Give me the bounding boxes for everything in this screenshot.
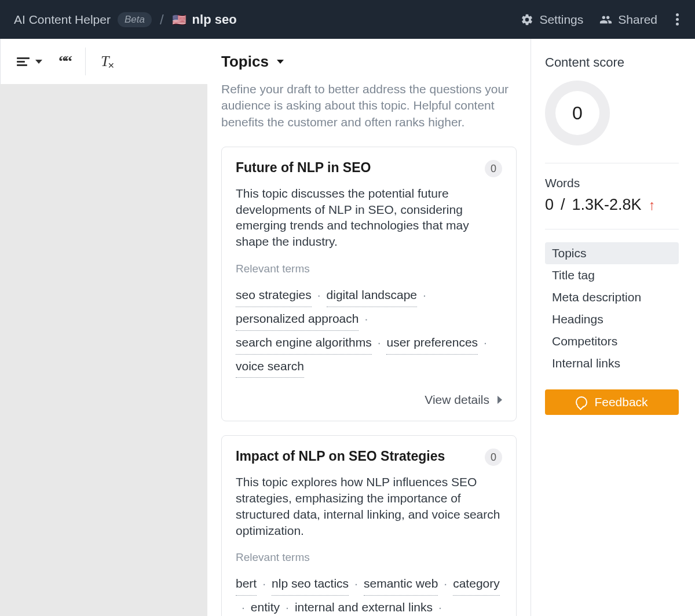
score-pane: Content score 0 Words 0 / 1.3K-2.8K ↑ To… [531,39,695,616]
content-score-label: Content score [545,55,679,70]
term-separator: · [438,596,442,616]
app-name[interactable]: AI Content Helper [14,13,111,27]
content-score-value: 0 [555,91,599,135]
terms-list: bert·nlp seo tactics·semantic web·catego… [236,572,502,616]
editor-pane: ““ T✕ [0,39,207,616]
list-format-dropdown[interactable] [12,54,47,70]
term-chip[interactable]: personalized approach [236,307,359,331]
words-count-row: 0 / 1.3K-2.8K ↑ [545,196,679,214]
term-separator: · [364,307,368,331]
term-chip[interactable]: bert [236,572,257,596]
settings-button[interactable]: Settings [521,13,583,27]
topics-intro: Refine your draft to better address the … [221,81,517,130]
clear-formatting-button[interactable]: T✕ [96,49,120,74]
relevant-terms-label: Relevant terms [236,263,502,275]
topic-card-title: Impact of NLP on SEO Strategies [236,449,445,464]
topics-heading: Topics [221,53,269,71]
toolbar-separator [85,48,86,75]
blockquote-button[interactable]: ““ [54,50,75,73]
score-nav-item[interactable]: Headings [545,308,679,330]
term-separator: · [317,283,321,307]
feedback-label: Feedback [594,395,648,409]
words-sep: / [561,196,565,214]
term-chip[interactable]: seo strategies [236,283,312,307]
content-score-ring: 0 [545,81,610,145]
score-nav-item[interactable]: Internal links [545,352,679,374]
people-icon [599,13,612,26]
clear-format-icon: T✕ [101,53,116,70]
term-separator: · [444,572,447,596]
topic-card-title: Future of NLP in SEO [236,160,371,176]
chat-icon [576,396,587,408]
topic-card-badge: 0 [485,449,502,466]
term-separator: · [484,331,487,355]
term-chip[interactable]: search engine algorithms [236,331,372,355]
term-separator: · [286,596,289,616]
relevant-terms-label: Relevant terms [236,551,502,564]
chevron-down-icon [35,60,42,64]
flag-icon: 🇺🇸 [172,13,186,27]
topic-card: Impact of NLP on SEO Strategies 0 This t… [221,435,517,616]
more-menu-icon[interactable] [674,13,681,25]
chevron-down-icon [277,60,284,64]
score-nav-item[interactable]: Competitors [545,330,679,352]
words-label: Words [545,176,679,190]
term-chip[interactable]: semantic web [364,572,438,596]
score-nav: TopicsTitle tagMeta descriptionHeadingsC… [545,242,679,374]
topic-card-desc: This topic explores how NLP influences S… [236,474,502,538]
divider [545,163,679,163]
words-current: 0 [545,196,554,214]
words-range: 1.3K-2.8K [572,196,642,214]
term-chip[interactable]: nlp seo tactics [272,572,349,596]
topics-dropdown[interactable]: Topics [221,53,517,71]
arrow-up-icon: ↑ [649,197,656,213]
score-nav-item[interactable]: Meta description [545,286,679,308]
breadcrumb-sep: / [160,12,164,28]
term-separator: · [378,331,381,355]
score-nav-item[interactable]: Title tag [545,264,679,286]
topic-card-badge: 0 [485,160,502,177]
view-details-label: View details [425,393,489,407]
app-header: AI Content Helper Beta / 🇺🇸 nlp seo Sett… [0,0,695,39]
score-nav-item[interactable]: Topics [545,242,679,264]
term-chip[interactable]: entity [251,596,280,616]
view-details-link[interactable]: View details [236,393,502,407]
quote-icon: ““ [58,53,70,70]
term-chip[interactable]: voice search [236,355,304,378]
topic-card-desc: This topic discusses the potential futur… [236,185,502,250]
settings-label: Settings [539,13,583,27]
term-separator: · [242,596,245,616]
topics-pane: Topics Refine your draft to better addre… [207,39,531,616]
chevron-right-icon [498,396,502,404]
term-separator: · [423,283,426,307]
topic-card: Future of NLP in SEO 0 This topic discus… [221,147,517,421]
term-separator: · [262,572,266,596]
divider [545,229,679,229]
beta-badge: Beta [118,12,152,27]
term-chip[interactable]: user preferences [386,331,478,355]
term-chip[interactable]: category [453,572,500,596]
terms-list: seo strategies·digital landscape·persona… [236,283,502,378]
feedback-button[interactable]: Feedback [545,389,679,415]
editor-toolbar: ““ T✕ [0,39,207,84]
gear-icon [521,13,533,26]
list-icon [17,57,30,66]
doc-title[interactable]: nlp seo [192,12,237,27]
shared-button[interactable]: Shared [599,13,657,27]
term-separator: · [354,572,358,596]
term-chip[interactable]: digital landscape [327,283,417,307]
term-chip[interactable]: internal and external links [295,596,433,616]
shared-label: Shared [618,13,657,27]
